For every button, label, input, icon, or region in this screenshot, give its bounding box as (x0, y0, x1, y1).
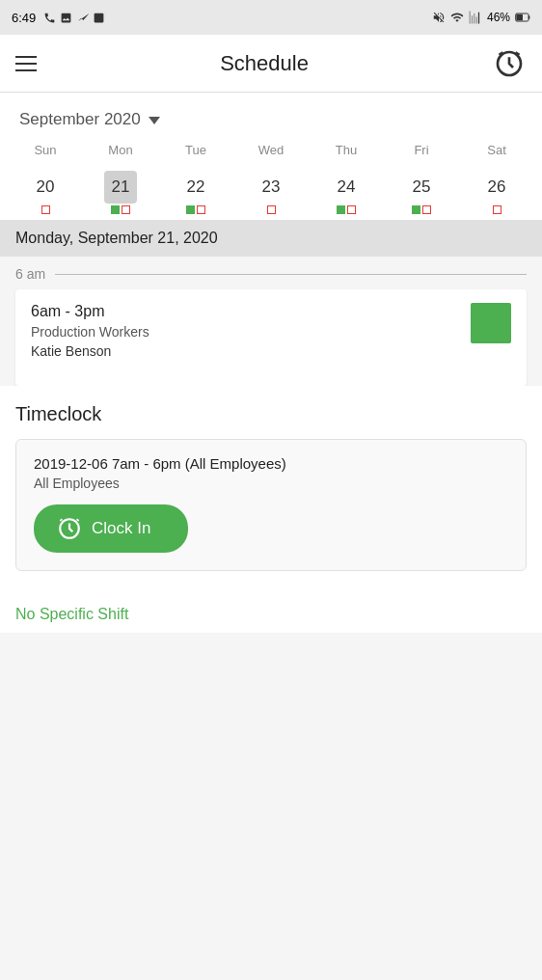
day-header-sat: Sat (459, 139, 534, 161)
shift-employee: Katie Benson (31, 343, 149, 359)
day-header-thu: Thu (309, 139, 384, 161)
indicator-red-20 (41, 205, 50, 214)
day-cell-21[interactable]: 21 (83, 167, 158, 216)
day-number-26: 26 (480, 171, 513, 204)
timeclock-header-button[interactable] (492, 46, 527, 81)
timeclock-section: Timeclock 2019-12-06 7am - 6pm (All Empl… (0, 386, 542, 592)
day-cell-25[interactable]: 25 (384, 167, 459, 216)
day-header-wed: Wed (233, 139, 309, 161)
chart-icon (76, 12, 89, 24)
day-indicators-22 (186, 205, 205, 214)
indicator-red-25 (422, 205, 431, 214)
day-number-22: 22 (179, 171, 212, 204)
indicator-red-26 (493, 205, 501, 214)
indicator-red-24 (347, 205, 356, 214)
day-header-sun: Sun (8, 139, 83, 161)
day-indicators-24 (337, 205, 356, 214)
month-chevron-icon (149, 117, 160, 124)
day-header-tue: Tue (158, 139, 233, 161)
day-number-23: 23 (255, 171, 287, 204)
time-line-divider (55, 274, 527, 275)
day-number-21: 21 (104, 171, 137, 204)
selected-date-label: Monday, September 21, 2020 (15, 230, 218, 246)
timeclock-shift-label: 2019-12-06 7am - 6pm (All Employees) (34, 455, 508, 472)
month-label: September 2020 (19, 110, 141, 129)
time-label-row: 6 am (15, 266, 527, 282)
timeclock-group-label: All Employees (34, 476, 508, 491)
app-bar: Schedule (0, 35, 542, 93)
day-cell-26[interactable]: 26 (459, 167, 534, 216)
indicator-red-23 (267, 205, 276, 214)
wifi-icon (450, 11, 464, 24)
shift-card-info: 6am - 3pm Production Workers Katie Benso… (31, 303, 149, 359)
svg-rect-1 (528, 15, 529, 19)
phone-icon (43, 12, 56, 24)
indicator-green-22 (186, 205, 195, 214)
status-time: 6:49 (12, 11, 105, 25)
battery-icon (515, 11, 530, 24)
menu-button[interactable] (15, 56, 37, 71)
day-cell-22[interactable]: 22 (158, 167, 233, 216)
timeclock-card: 2019-12-06 7am - 6pm (All Employees) All… (15, 439, 527, 571)
day-cell-20[interactable]: 20 (8, 167, 83, 216)
calendar-section: September 2020 Sun Mon Tue Wed Thu Fri S… (0, 93, 542, 257)
schedule-time-area: 6 am 6am - 3pm Production Workers Katie … (0, 257, 542, 386)
day-header-mon: Mon (83, 139, 158, 161)
day-number-24: 24 (330, 171, 363, 204)
mute-icon (432, 11, 446, 24)
day-cell-24[interactable]: 24 (309, 167, 384, 216)
shift-card[interactable]: 6am - 3pm Production Workers Katie Benso… (15, 289, 527, 386)
signal-icon (469, 11, 482, 24)
page-title: Schedule (220, 51, 309, 76)
day-indicators-21 (111, 205, 130, 214)
indicator-red-22 (197, 205, 205, 214)
hamburger-line-1 (15, 56, 37, 58)
indicator-red-21 (122, 205, 130, 214)
hamburger-line-3 (15, 69, 37, 71)
time-display: 6:49 (12, 11, 36, 25)
no-specific-shift-text: No Specific Shift (15, 606, 128, 622)
day-indicators-20 (41, 205, 50, 214)
svg-rect-2 (516, 14, 523, 21)
shift-department: Production Workers (31, 324, 149, 340)
day-number-20: 20 (29, 171, 62, 204)
week-row: 20 21 22 23 (0, 165, 542, 218)
day-cell-23[interactable]: 23 (233, 167, 309, 216)
time-label-text: 6 am (15, 266, 45, 282)
indicator-green-24 (337, 205, 345, 214)
battery-display: 46% (487, 11, 510, 24)
day-number-25: 25 (405, 171, 438, 204)
month-selector[interactable]: September 2020 (0, 102, 542, 135)
shift-color-indicator (471, 303, 511, 343)
clock-in-button[interactable]: Clock In (34, 504, 188, 553)
gallery-icon (60, 12, 72, 24)
image2-icon (93, 12, 105, 24)
day-headers-row: Sun Mon Tue Wed Thu Fri Sat (0, 135, 542, 165)
timeclock-header-icon (494, 48, 525, 79)
day-indicators-25 (412, 205, 431, 214)
indicator-green-21 (111, 205, 120, 214)
clock-in-label: Clock In (92, 519, 150, 538)
day-indicators-26 (493, 205, 501, 214)
no-specific-shift-section[interactable]: No Specific Shift (0, 592, 542, 633)
day-header-fri: Fri (384, 139, 459, 161)
selected-date-bar: Monday, September 21, 2020 (0, 220, 542, 257)
status-bar: 6:49 46% (0, 0, 542, 35)
shift-time: 6am - 3pm (31, 303, 149, 320)
day-indicators-23 (267, 205, 276, 214)
clock-in-icon (57, 516, 82, 541)
status-indicators: 46% (432, 11, 530, 24)
timeclock-section-title: Timeclock (15, 403, 527, 425)
indicator-green-25 (412, 205, 420, 214)
hamburger-line-2 (15, 63, 37, 65)
